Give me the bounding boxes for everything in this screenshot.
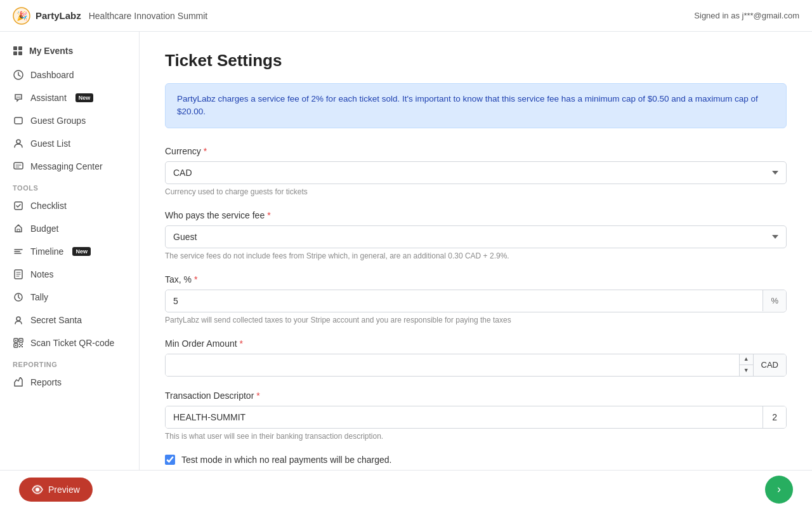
sidebar-item-assistant[interactable]: Assistant New [0, 86, 139, 109]
sidebar-label-dashboard: Dashboard [30, 70, 74, 80]
qr-icon [13, 337, 24, 349]
topbar: 🎉 PartyLabz Healthcare Innovation Summit… [0, 0, 812, 32]
min-order-suffix: CAD [753, 354, 786, 376]
bottom-bar: Preview › [0, 470, 812, 508]
service-fee-label: Who pays the service fee * [165, 210, 787, 220]
preview-button[interactable]: Preview [19, 478, 93, 502]
min-order-num-wrap [166, 354, 739, 376]
svg-rect-3 [18, 46, 22, 50]
secret-santa-icon [13, 314, 24, 326]
sidebar-item-my-events[interactable]: My Events [0, 38, 139, 64]
sidebar-label-tally: Tally [30, 292, 48, 302]
svg-rect-16 [15, 340, 16, 341]
timeline-icon [13, 246, 24, 257]
service-fee-select[interactable]: Guest Host [165, 225, 787, 248]
content-area: Ticket Settings PartyLabz charges a serv… [140, 32, 812, 470]
assistant-icon [13, 92, 24, 104]
sidebar-item-dashboard[interactable]: Dashboard [0, 64, 139, 86]
tax-label: Tax, % * [165, 274, 787, 284]
svg-point-8 [16, 140, 20, 144]
page-title: Ticket Settings [165, 51, 787, 70]
reporting-section-header: Reporting [0, 354, 139, 371]
dashboard-icon [13, 69, 24, 81]
sidebar-label-assistant: Assistant [30, 93, 67, 103]
currency-required: * [204, 146, 207, 156]
signed-in-label: Signed in as j***@gmail.com [694, 11, 799, 20]
sidebar-label-notes: Notes [30, 269, 54, 279]
currency-select[interactable]: CAD USD EUR GBP [165, 161, 787, 184]
budget-icon [13, 223, 24, 234]
my-events-label: My Events [29, 46, 73, 56]
min-order-label: Min Order Amount * [165, 338, 787, 349]
transaction-label: Transaction Descriptor * [165, 391, 787, 401]
svg-rect-2 [13, 46, 17, 50]
sidebar-label-messaging: Messaging Center [30, 161, 103, 171]
sidebar-item-secret-santa[interactable]: Secret Santa [0, 309, 139, 331]
sidebar-item-timeline[interactable]: Timeline New [0, 240, 139, 263]
min-order-up[interactable]: ▲ [740, 354, 753, 366]
sidebar-item-reports[interactable]: Reports [0, 371, 139, 394]
topbar-left: 🎉 PartyLabz Healthcare Innovation Summit [13, 7, 207, 25]
next-button[interactable]: › [765, 476, 793, 504]
messaging-icon [13, 161, 24, 172]
sidebar-item-budget[interactable]: Budget [0, 217, 139, 240]
test-mode-checkbox[interactable] [165, 455, 175, 465]
min-order-spinner: ▲ ▼ [739, 354, 753, 376]
svg-point-14 [16, 317, 20, 321]
test-mode-row: Test mode in which no real payments will… [165, 455, 787, 465]
test-mode-label[interactable]: Test mode in which no real payments will… [181, 455, 392, 465]
tax-section: Tax, % * % PartyLabz will send collected… [165, 274, 787, 324]
currency-label: Currency * [165, 146, 787, 156]
sidebar-label-timeline: Timeline [30, 246, 63, 257]
sidebar-label-guest-groups: Guest Groups [30, 116, 86, 126]
tools-section-header: Tools [0, 178, 139, 194]
currency-section: Currency * CAD USD EUR GBP Currency used… [165, 146, 787, 196]
event-name: Healthcare Innovation Summit [89, 11, 208, 21]
sidebar: My Events Dashboard Assistant New Guest … [0, 32, 140, 470]
min-order-down[interactable]: ▼ [740, 365, 753, 376]
info-banner: PartyLabz charges a service fee of 2% fo… [165, 83, 787, 128]
main-layout: My Events Dashboard Assistant New Guest … [0, 32, 812, 470]
sidebar-label-reports: Reports [30, 377, 62, 387]
grid-icon [13, 46, 23, 56]
service-fee-required: * [267, 210, 270, 220]
svg-rect-5 [18, 51, 22, 55]
svg-rect-9 [14, 163, 23, 169]
assistant-new-badge: New [75, 93, 94, 102]
sidebar-label-guest-list: Guest List [30, 138, 70, 149]
tax-input-wrapper: % [165, 290, 787, 312]
service-fee-hint: The service fees do not include fees fro… [165, 251, 787, 260]
tax-input[interactable] [166, 290, 763, 312]
sidebar-label-checklist: Checklist [30, 201, 67, 211]
min-order-section: Min Order Amount * ▲ ▼ CAD [165, 338, 787, 377]
svg-rect-20 [15, 345, 16, 346]
svg-rect-4 [13, 51, 17, 55]
sidebar-item-notes[interactable]: Notes [0, 263, 139, 286]
guest-list-icon [13, 138, 24, 149]
sidebar-item-scan-ticket[interactable]: Scan Ticket QR-code [0, 331, 139, 354]
sidebar-item-guest-list[interactable]: Guest List [0, 132, 139, 155]
preview-label: Preview [48, 485, 80, 495]
transaction-section: Transaction Descriptor * 2 This is what … [165, 391, 787, 441]
checklist-icon [13, 200, 24, 211]
sidebar-item-checklist[interactable]: Checklist [0, 194, 139, 217]
sidebar-item-messaging[interactable]: Messaging Center [0, 155, 139, 178]
reports-icon [13, 377, 24, 388]
min-order-input[interactable] [166, 354, 739, 376]
transaction-input[interactable] [166, 406, 763, 428]
logo[interactable]: 🎉 PartyLabz [13, 7, 81, 25]
svg-text:🎉: 🎉 [16, 11, 28, 22]
notes-icon [13, 269, 24, 280]
eye-icon [32, 484, 43, 495]
sidebar-item-guest-groups[interactable]: Guest Groups [0, 109, 139, 132]
min-order-input-wrapper: ▲ ▼ CAD [165, 354, 787, 377]
transaction-input-wrapper: 2 [165, 406, 787, 429]
sidebar-label-secret-santa: Secret Santa [30, 315, 82, 325]
transaction-required: * [256, 391, 259, 401]
svg-rect-18 [20, 340, 22, 341]
tax-hint: PartyLabz will send collected taxes to y… [165, 316, 787, 324]
svg-point-22 [36, 488, 39, 491]
sidebar-item-tally[interactable]: Tally [0, 286, 139, 309]
transaction-hint: This is what user will see in their bank… [165, 432, 787, 441]
logo-text: PartyLabz [36, 10, 81, 21]
